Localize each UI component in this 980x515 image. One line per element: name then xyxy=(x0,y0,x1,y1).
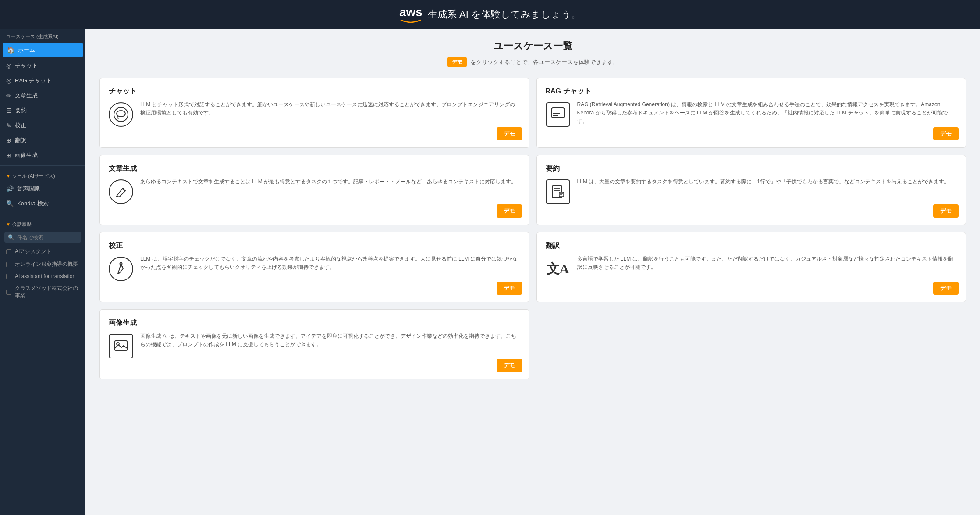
rag-icon: ◎ xyxy=(6,77,11,84)
card-translate-demo-button[interactable]: デモ xyxy=(933,282,959,295)
sidebar-item-translate-label: 翻訳 xyxy=(15,136,26,144)
history-item-4[interactable]: クラスメソッド株式会社の事業 xyxy=(0,282,85,302)
sidebar-item-voice-label: 音声認識 xyxy=(17,185,40,193)
translate-icon: ⊕ xyxy=(6,137,11,144)
card-chat-title: チャット xyxy=(109,87,520,96)
tools-section-label: ▼ ツール (AIサービス) xyxy=(0,168,85,181)
home-icon: 🏠 xyxy=(7,46,14,54)
chat-icon: ◎ xyxy=(6,62,11,69)
sidebar-item-proofread[interactable]: ✎ 校正 xyxy=(0,118,85,133)
pen-icon: ✏ xyxy=(6,92,11,99)
history-label-2: オンライン服薬指導の概要 xyxy=(15,261,78,268)
card-translate-body: 文A 多言語で学習した LLM は、翻訳を行うことも可能です。また、ただ翻訳する… xyxy=(546,255,957,293)
card-proofread-body: LLM は、誤字脱字のチェックだけでなく、文章の流れや内容を考慮したより客観的な… xyxy=(109,255,520,293)
card-summary-demo-button[interactable]: デモ xyxy=(933,204,959,218)
card-rag-icon xyxy=(546,102,570,127)
svg-point-2 xyxy=(117,111,125,117)
card-image-gen-demo-button[interactable]: デモ xyxy=(497,359,522,372)
card-rag-text: RAG (Retrieval Augmented Generation) は、情… xyxy=(577,100,957,139)
history-checkbox-1 xyxy=(6,249,11,254)
sidebar-item-voice[interactable]: 🔊 音声認識 xyxy=(0,181,85,196)
sidebar-item-home[interactable]: 🏠 ホーム xyxy=(3,43,83,57)
card-proofread: 校正 LLM は、誤字脱字のチェックだけでなく、文章の流れや内容を考慮したより客… xyxy=(99,232,529,302)
aws-logo-text: aws xyxy=(399,6,423,18)
main-content: ユースケース一覧 デモ をクリックすることで、各ユースケースを体験できます。 チ… xyxy=(85,29,980,515)
demo-badge: デモ xyxy=(447,57,467,67)
sidebar-item-chat[interactable]: ◎ チャット xyxy=(0,58,85,73)
card-translate: 翻訳 文A 多言語で学習した LLM は、翻訳を行うことも可能です。また、ただ翻… xyxy=(536,232,966,302)
card-chat-body: LLM とチャット形式で対話することができます。細かいユースケースや新しいユース… xyxy=(109,100,520,139)
sidebar-item-proofread-label: 校正 xyxy=(15,122,26,129)
card-chat-icon xyxy=(109,102,133,127)
card-rag-demo-button[interactable]: デモ xyxy=(933,127,959,140)
card-proofread-demo-button[interactable]: デモ xyxy=(497,282,522,295)
use-case-section-label: ユースケース (生成系AI) xyxy=(0,29,85,42)
card-summary-icon xyxy=(546,179,570,204)
voice-icon: 🔊 xyxy=(6,185,14,192)
history-item-1[interactable]: AIアシスタント xyxy=(0,245,85,258)
sidebar-item-translate[interactable]: ⊕ 翻訳 xyxy=(0,133,85,148)
card-proofread-text: LLM は、誤字脱字のチェックだけでなく、文章の流れや内容を考慮したより客観的な… xyxy=(140,255,520,293)
card-rag-body: RAG (Retrieval Augmented Generation) は、情… xyxy=(546,100,957,139)
card-summary: 要約 LLM は、大量の文章を要約するタスクを得意として xyxy=(536,155,966,225)
history-item-3[interactable]: AI assistant for translation xyxy=(0,271,85,282)
subtitle-text: をクリックすることで、各ユースケースを体験できます。 xyxy=(470,58,618,66)
card-image-gen-title: 画像生成 xyxy=(109,318,520,328)
sidebar-item-kendra-label: Kendra 検索 xyxy=(17,200,49,207)
history-section-label: ▼ 会話履歴 xyxy=(0,217,85,229)
svg-rect-15 xyxy=(115,341,127,350)
sidebar-item-rag-label: RAG チャット xyxy=(15,77,52,85)
top-header: aws 生成系 AI を体験してみましょう。 xyxy=(0,0,980,29)
card-chat-demo-button[interactable]: デモ xyxy=(497,127,522,140)
card-text-gen-text: あらゆるコンテキストで文章を生成することは LLM が最も得意とするタスクの１つ… xyxy=(140,178,520,216)
card-translate-title: 翻訳 xyxy=(546,241,957,250)
history-checkbox-4 xyxy=(6,290,11,295)
card-translate-text: 多言語で学習した LLM は、翻訳を行うことも可能です。また、ただ翻訳するだけで… xyxy=(577,255,957,293)
history-label-3: AI assistant for translation xyxy=(15,273,75,279)
sidebar-item-chat-label: チャット xyxy=(15,62,38,70)
card-image-gen-body: 画像生成 AI は、テキストや画像を元に新しい画像を生成できます。アイデアを即座… xyxy=(109,332,520,370)
card-translate-icon: 文A xyxy=(546,257,570,281)
sidebar-item-text-gen[interactable]: ✏ 文章生成 xyxy=(0,88,85,103)
card-summary-title: 要約 xyxy=(546,164,957,173)
search-icon: 🔍 xyxy=(8,234,14,240)
history-search-box[interactable]: 🔍 xyxy=(4,232,81,243)
sidebar-item-summary[interactable]: ☰ 要約 xyxy=(0,103,85,118)
card-text-gen-title: 文章生成 xyxy=(109,164,520,173)
card-proofread-icon xyxy=(109,257,133,281)
cards-grid: チャット LLM とチャット形式で対話することができます。細かいユースケースや新… xyxy=(99,78,966,379)
sidebar: ユースケース (生成系AI) 🏠 ホーム ◎ チャット ◎ RAG チャット ✏… xyxy=(0,29,85,515)
card-image-gen-icon xyxy=(109,334,133,358)
page-subtitle: デモ をクリックすることで、各ユースケースを体験できます。 xyxy=(99,57,966,67)
sidebar-item-image-gen[interactable]: ⊞ 画像生成 xyxy=(0,148,85,163)
history-checkbox-2 xyxy=(6,262,11,267)
summary-icon: ☰ xyxy=(6,107,12,114)
history-item-2[interactable]: オンライン服薬指導の概要 xyxy=(0,258,85,271)
history-search-input[interactable] xyxy=(17,234,78,240)
card-rag-title: RAG チャット xyxy=(546,87,957,96)
sidebar-divider-2 xyxy=(0,214,85,214)
svg-rect-11 xyxy=(559,192,564,197)
sidebar-item-home-label: ホーム xyxy=(18,46,35,54)
card-image-gen-text: 画像生成 AI は、テキストや画像を元に新しい画像を生成できます。アイデアを即座… xyxy=(140,332,520,370)
card-chat-text: LLM とチャット形式で対話することができます。細かいユースケースや新しいユース… xyxy=(140,100,520,139)
proofread-icon: ✎ xyxy=(6,122,11,129)
card-summary-body: LLM は、大量の文章を要約するタスクを得意としています。要約する際に「1行で」… xyxy=(546,178,957,216)
image-gen-icon: ⊞ xyxy=(6,152,11,159)
svg-point-1 xyxy=(114,107,128,122)
history-checkbox-3 xyxy=(6,274,11,279)
header-title: 生成系 AI を体験してみましょう。 xyxy=(428,8,581,21)
sidebar-item-text-gen-label: 文章生成 xyxy=(15,92,38,100)
card-text-gen: 文章生成 あらゆるコンテキストで文章を生成することは LLM が最も得意とするタ… xyxy=(99,155,529,225)
history-label-4: クラスメソッド株式会社の事業 xyxy=(15,285,79,300)
sidebar-item-kendra[interactable]: 🔍 Kendra 検索 xyxy=(0,196,85,211)
sidebar-item-rag-chat[interactable]: ◎ RAG チャット xyxy=(0,73,85,88)
kendra-icon: 🔍 xyxy=(6,200,14,207)
card-text-gen-demo-button[interactable]: デモ xyxy=(497,204,522,218)
card-text-gen-icon xyxy=(109,179,133,204)
card-summary-text: LLM は、大量の文章を要約するタスクを得意としています。要約する際に「1行で」… xyxy=(577,178,957,216)
page-title: ユースケース一覧 xyxy=(99,39,966,53)
aws-logo: aws xyxy=(399,6,423,23)
aws-smile-icon xyxy=(400,19,421,23)
sidebar-item-summary-label: 要約 xyxy=(15,107,27,114)
